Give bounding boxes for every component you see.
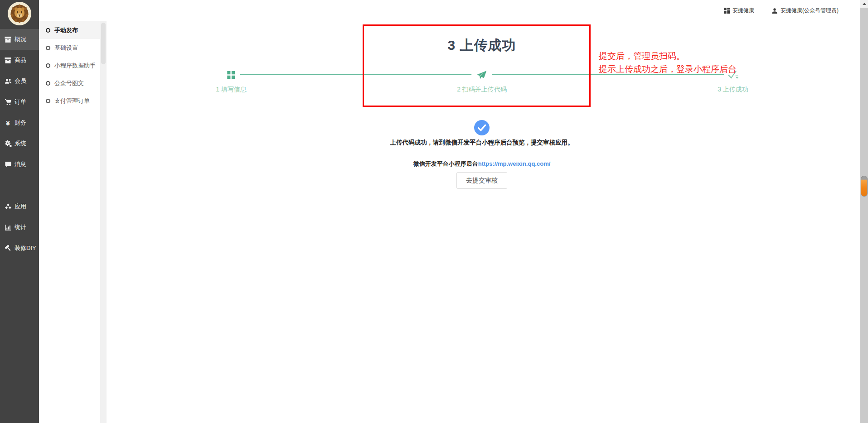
- top-header: 安捷健康 安捷健康(公众号管理员): [39, 0, 860, 21]
- message-icon: [4, 161, 12, 168]
- members-icon: [4, 77, 12, 85]
- user-icon: [771, 8, 778, 14]
- scrollbar-thumb[interactable]: [861, 176, 868, 197]
- sidebar-item-diy[interactable]: 装修DIY: [0, 238, 39, 259]
- weixin-backend-link[interactable]: https://mp.weixin.qq.com/: [478, 160, 551, 167]
- submenu-item-manual-publish[interactable]: 手动发布: [39, 21, 100, 39]
- grid-icon: [724, 8, 730, 14]
- backend-link-label: 微信开发平台小程序后台: [413, 160, 478, 167]
- sidebar-item-orders[interactable]: 订单: [0, 91, 39, 112]
- submenu-item-basic-settings[interactable]: 基础设置: [39, 39, 100, 57]
- page-title: 3 上传成功: [107, 36, 857, 55]
- submenu-panel: 手动发布 基础设置 小程序数据助手 公众号图文 支付管理订单: [39, 21, 100, 423]
- sidebar-item-messages[interactable]: 消息: [0, 154, 39, 175]
- sidebar-item-goods[interactable]: 商品: [0, 50, 39, 71]
- success-check-icon: [474, 120, 490, 135]
- submenu-item-payment-orders[interactable]: 支付管理订单: [39, 92, 100, 110]
- apps-icon: [4, 203, 12, 210]
- stats-icon: [4, 224, 12, 231]
- sidebar-item-system[interactable]: 系统: [0, 133, 39, 154]
- app-logo[interactable]: [0, 0, 39, 29]
- user-menu[interactable]: 安捷健康(公众号管理员): [771, 7, 839, 14]
- submenu-item-official-account[interactable]: 公众号图文: [39, 74, 100, 92]
- scrollbar-up-arrow[interactable]: [860, 0, 868, 8]
- sidebar-item-members[interactable]: 会员: [0, 71, 39, 91]
- page-scrollbar[interactable]: [860, 0, 868, 423]
- annotation-text: 提交后，管理员扫码。 提示上传成功之后，登录小程序后台: [599, 49, 737, 76]
- submenu-scrollbar[interactable]: [100, 21, 107, 423]
- admin-console: 概况 商品 会员 订单 ¥ 财务 系统: [0, 0, 868, 423]
- backend-link-line: 微信开发平台小程序后台https://mp.weixin.qq.com/: [107, 160, 857, 168]
- step-1-fill-info: 1 填写信息: [216, 68, 247, 94]
- success-message: 上传代码成功，请到微信开发平台小程序后台预览，提交审核应用。: [107, 139, 857, 147]
- circle-icon: [46, 28, 50, 33]
- sidebar-item-stats[interactable]: 统计: [0, 217, 39, 238]
- paper-plane-icon: [472, 68, 492, 82]
- grid-squares-icon: [223, 68, 240, 82]
- orders-icon: [4, 98, 12, 106]
- sidebar-item-finance[interactable]: ¥ 财务: [0, 112, 39, 133]
- step-2-scan-upload: 2 扫码并上传代码: [457, 68, 507, 94]
- submenu-item-miniprogram-data[interactable]: 小程序数据助手: [39, 57, 100, 74]
- triangle-up-icon: [863, 3, 866, 5]
- circle-icon: [46, 63, 50, 68]
- finance-icon: ¥: [4, 119, 12, 126]
- sidebar-item-overview[interactable]: 概况: [0, 29, 39, 50]
- circle-icon: [46, 99, 50, 103]
- submenu-scrollbar-thumb[interactable]: [101, 23, 106, 64]
- overview-icon: [4, 36, 12, 43]
- main-content: 3 上传成功 1 填写信息 2 扫码并上传代码 3 上传成功 提交后，管理员扫码…: [107, 21, 860, 423]
- circle-icon: [46, 81, 50, 86]
- goods-icon: [4, 57, 12, 64]
- sidebar: 概况 商品 会员 订单 ¥ 财务 系统: [0, 0, 39, 423]
- sidebar-item-apps[interactable]: 应用: [0, 196, 39, 217]
- diy-icon: [4, 245, 12, 252]
- system-icon: [4, 140, 12, 147]
- circle-icon: [46, 46, 50, 50]
- go-submit-review-button[interactable]: 去提交审核: [456, 172, 507, 189]
- lion-logo-icon: [8, 2, 31, 27]
- merchant-switcher[interactable]: 安捷健康: [724, 7, 754, 14]
